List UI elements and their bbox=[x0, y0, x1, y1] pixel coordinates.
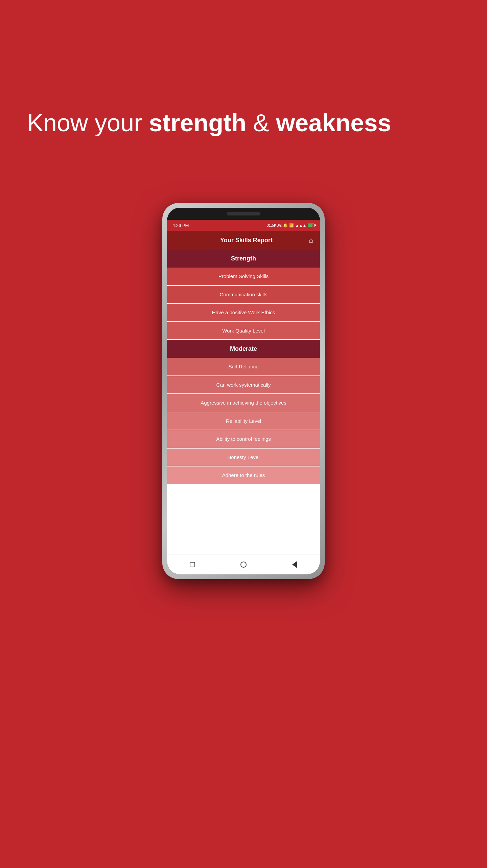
skill-item-problem-solving: Problem Solving Skills bbox=[167, 268, 320, 286]
skill-item-systematic: Can work systematically bbox=[167, 376, 320, 394]
skill-item-reliability: Reliability Level bbox=[167, 412, 320, 431]
hero-section: Know your strength & weakness bbox=[27, 108, 460, 137]
status-right-icons: 31.5KB/s 🔔 📶 ▲▲▲ bbox=[267, 223, 315, 228]
phone-nav-bar bbox=[167, 554, 320, 574]
signal-icon: 🔔 bbox=[283, 223, 288, 228]
skill-item-work-quality: Work Quality Level bbox=[167, 322, 320, 340]
skill-label-honesty: Honesty Level bbox=[227, 454, 259, 460]
skill-label-communication: Communication skills bbox=[220, 292, 268, 297]
app-header: Your Skills Report ⌂ bbox=[167, 231, 320, 250]
nav-home-button[interactable] bbox=[239, 561, 248, 569]
skill-item-communication: Communication skills bbox=[167, 286, 320, 304]
moderate-section-header: Moderate bbox=[167, 340, 320, 358]
skill-label-systematic: Can work systematically bbox=[216, 382, 271, 388]
skill-item-adhere-rules: Adhere to the rules bbox=[167, 466, 320, 485]
wifi-icon-2: ▲▲▲ bbox=[295, 223, 306, 227]
phone-mockup: 4:26 PM 31.5KB/s 🔔 📶 ▲▲▲ Your Skills Rep… bbox=[162, 203, 325, 579]
network-speed: 31.5KB/s bbox=[267, 223, 282, 227]
strength-header-label: Strength bbox=[231, 255, 256, 262]
nav-back-button[interactable] bbox=[188, 561, 196, 569]
nav-square-icon bbox=[190, 562, 195, 567]
nav-circle-icon bbox=[240, 562, 247, 568]
home-icon[interactable]: ⌂ bbox=[309, 236, 313, 245]
skill-item-work-ethics: Have a positive Work Ethics bbox=[167, 304, 320, 322]
phone-notch-bar bbox=[167, 208, 320, 220]
nav-recent-button[interactable] bbox=[291, 561, 299, 569]
skill-label-reliability: Reliability Level bbox=[226, 418, 261, 424]
skill-label-adhere-rules: Adhere to the rules bbox=[222, 472, 265, 478]
skill-label-work-ethics: Have a positive Work Ethics bbox=[212, 310, 275, 315]
phone-screen: Strength Problem Solving Skills Communic… bbox=[167, 250, 320, 554]
phone-inner: 4:26 PM 31.5KB/s 🔔 📶 ▲▲▲ Your Skills Rep… bbox=[167, 208, 320, 574]
battery-icon bbox=[308, 224, 315, 227]
nav-triangle-icon bbox=[292, 561, 297, 568]
moderate-header-label: Moderate bbox=[230, 345, 257, 352]
hero-text: Know your strength & weakness bbox=[27, 109, 391, 136]
skill-label-control-feelings: Ability to control feelings bbox=[216, 436, 271, 442]
skill-item-self-reliance: Self-Reliance bbox=[167, 358, 320, 376]
skill-label-self-reliance: Self-Reliance bbox=[228, 364, 258, 369]
skill-item-control-feelings: Ability to control feelings bbox=[167, 430, 320, 449]
status-bar: 4:26 PM 31.5KB/s 🔔 📶 ▲▲▲ bbox=[167, 220, 320, 231]
skill-label-problem-solving: Problem Solving Skills bbox=[218, 273, 269, 279]
battery-fill bbox=[308, 224, 312, 227]
skill-item-honesty: Honesty Level bbox=[167, 449, 320, 467]
phone-notch bbox=[227, 212, 260, 215]
strength-section-header: Strength bbox=[167, 250, 320, 268]
wifi-icon: 📶 bbox=[289, 223, 294, 228]
skill-label-aggressive: Aggressive in achieving the objectives bbox=[201, 400, 286, 406]
skill-item-aggressive: Aggressive in achieving the objectives bbox=[167, 394, 320, 412]
phone-outer-shell: 4:26 PM 31.5KB/s 🔔 📶 ▲▲▲ Your Skills Rep… bbox=[162, 203, 325, 579]
status-time: 4:26 PM bbox=[172, 223, 189, 228]
app-title: Your Skills Report bbox=[184, 237, 309, 244]
skill-label-work-quality: Work Quality Level bbox=[222, 328, 265, 334]
